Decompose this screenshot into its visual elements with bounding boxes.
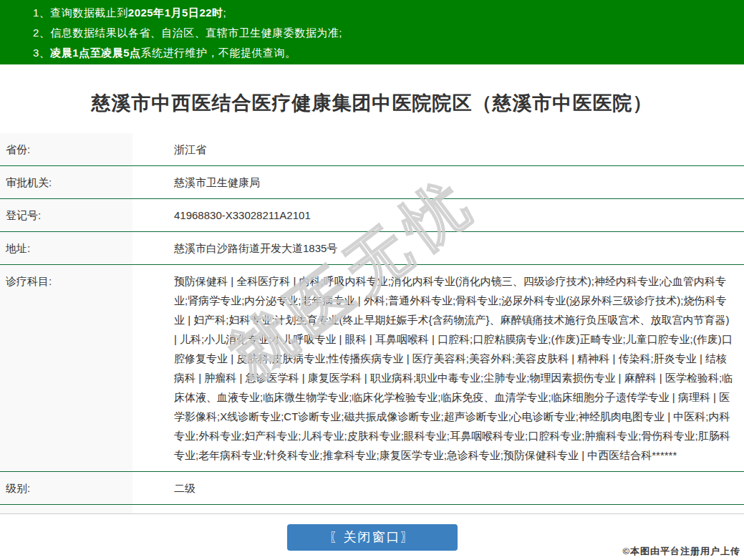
notice-line-1: 1、查询数据截止到2025年1月5日22时; [33,3,737,23]
notice-3-bold: 凌晨1点至凌晨5点 [50,47,140,59]
close-window-button[interactable]: 〖关闭窗口〗 [287,524,458,551]
row-value-departments: 预防保健科 | 全科医疗科 | 内科;呼吸内科专业;消化内科专业(消化内镜三、四… [132,265,744,472]
notice-1-text: 1、查询数据截止到 [33,6,128,19]
table-row-address: 地址: 慈溪市白沙路街道开发大道1835号 [0,232,744,265]
hospital-detail-table: 省份: 浙江省 审批机关: 慈溪市卫生健康局 登记号: 41968830-X33… [0,133,744,514]
row-value-approval-authority: 慈溪市卫生健康局 [132,166,744,199]
notice-banner: 1、查询数据截止到2025年1月5日22时; 2、信息数据结果以各省、自治区、直… [0,0,744,64]
row-label-approval-authority: 审批机关: [0,166,132,199]
table-row-partial [0,505,744,514]
row-value-registration-number: 41968830-X33028211A2101 [132,199,744,232]
table-row-level: 级别: 二级 [0,472,744,505]
notice-2-text: 2、信息数据结果以各省、自治区、直辖市卫生健康委数据为准; [33,26,342,39]
query-result-page: 1、查询数据截止到2025年1月5日22时; 2、信息数据结果以各省、自治区、直… [0,0,744,560]
row-label-departments: 诊疗科目: [0,265,132,472]
row-label-registration-number: 登记号: [0,199,132,232]
notice-3-text: 3、 [33,47,50,59]
table-row-province: 省份: 浙江省 [0,133,744,166]
copyright-stamp: ©本图由平台注册用户上传 [622,545,740,558]
table-row-approval-authority: 审批机关: 慈溪市卫生健康局 [0,166,744,199]
row-value-province: 浙江省 [132,133,744,166]
hospital-title: 慈溪市中西医结合医疗健康集团中医院院区（慈溪市中医医院） [14,90,730,116]
table-row-registration-number: 登记号: 41968830-X33028211A2101 [0,199,744,232]
notice-line-3: 3、凌晨1点至凌晨5点系统进行维护，不能提供查询。 [33,43,737,63]
row-value-level: 二级 [132,472,744,505]
notice-3-tail: 系统进行维护，不能提供查询。 [141,47,296,59]
notice-1-tail: ; [223,6,227,19]
notice-1-bold: 2025年1月5日22时 [128,6,223,19]
notice-line-2: 2、信息数据结果以各省、自治区、直辖市卫生健康委数据为准; [33,23,737,43]
row-label-level: 级别: [0,472,132,505]
table-row-departments: 诊疗科目: 预防保健科 | 全科医疗科 | 内科;呼吸内科专业;消化内科专业(消… [0,265,744,472]
row-value-address: 慈溪市白沙路街道开发大道1835号 [132,232,744,265]
row-label-province: 省份: [0,133,132,166]
partial-row-label-cell [0,505,132,514]
row-label-address: 地址: [0,232,132,265]
partial-row-value-cell [132,505,744,514]
